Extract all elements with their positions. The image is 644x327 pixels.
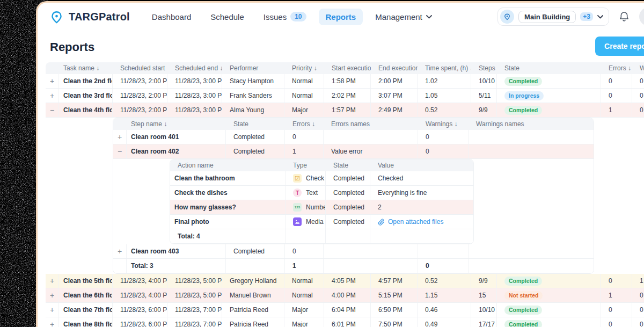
top-nav: TARGPatrol Dashboard Schedule Issues 10 … [38,3,644,31]
nav-schedule[interactable]: Schedule [203,9,251,25]
time-spent-cell: 0.46 [418,303,471,317]
open-attached-files-link[interactable]: Open attached files [378,218,443,226]
status-badge: Completed [504,106,542,115]
collapse-icon[interactable]: − [46,103,59,117]
col-step-name[interactable]: Step name ↓ [127,118,226,130]
col-performer[interactable]: Performer [222,62,284,74]
chevron-down-icon [426,15,432,19]
step-state-cell: Completed [226,144,285,158]
warnings-cell: 0 [632,317,644,327]
page-title: Reports [50,40,94,54]
col-steps[interactable]: Steps [471,62,497,74]
start-execution-cell: 4:00 PM [324,288,371,302]
col-action-type[interactable]: Type [286,159,326,171]
col-step-errors-names[interactable]: Errors names [324,118,418,130]
steps-cell: 9/9 [471,103,497,117]
paperclip-icon [378,219,385,226]
time-spent-cell: 1.05 [418,89,471,103]
status-badge: Completed [504,306,542,315]
expand-header-cell [46,62,59,74]
nav-management[interactable]: Management [368,9,439,25]
state-cell: In progress [497,89,601,103]
expand-icon[interactable]: + [113,244,127,258]
end-execution-cell: 3:07 PM [371,89,418,103]
time-spent-cell: 0.52 [418,274,471,288]
col-action-value[interactable]: Value [370,159,472,171]
nav-issues-label: Issues [264,12,287,21]
expand-icon[interactable]: + [46,74,59,88]
notifications-bell-icon[interactable] [618,10,630,23]
time-spent-cell: 1.15 [418,288,471,302]
status-badge: Completed [504,77,542,86]
expand-icon[interactable]: + [46,274,59,288]
user-avatar[interactable] [639,8,644,26]
col-step-warnings[interactable]: Warnings ↓ [418,118,469,130]
time-spent-cell: 0.52 [418,103,471,117]
col-start-execution[interactable]: Start execution [324,62,371,74]
collapse-icon[interactable]: − [113,144,127,158]
steps-cell: 5/11 [471,89,497,103]
nav-reports[interactable]: Reports [319,9,363,25]
brand-name: TARGPatrol [69,11,130,23]
building-selector[interactable]: Main Building +3 [497,8,609,26]
task-name-cell: Clean the 4th floor [59,103,113,117]
chevron-down-icon [597,15,603,19]
performer-cell: Gregory Holland [222,274,284,288]
performer-cell: Alma Young [222,103,284,117]
col-step-warnings-names[interactable]: Warnings names [469,118,593,130]
state-cell: Completed [497,303,601,317]
end-execution-cell: 5:15 PM [371,288,418,302]
step-state-cell: Completed [226,244,285,258]
action-row: How many glasses? 123 Number Completed 2 [170,200,473,215]
col-warnings[interactable]: Warnings ↓ [632,62,644,74]
step-errors-names-cell [324,130,418,144]
action-row: Check the dishes T Text Completed Everyt… [170,186,473,200]
col-end-execution[interactable]: End execution [371,62,418,74]
col-task-name[interactable]: Task name ↓ [59,62,113,74]
nav-dashboard[interactable]: Dashboard [145,9,198,25]
step-row-expanded: − Clean room 402 Completed 1 Value error… [113,144,594,159]
expand-icon[interactable]: + [46,89,59,103]
warnings-cell: 0 [632,74,644,88]
step-row: + Clean room 401 Completed 0 0 [113,130,594,144]
errors-cell: 0 [601,303,632,317]
col-step-errors[interactable]: Errors ↓ [285,118,324,130]
scheduled-end-cell: 11/28/23, 3:00 PM [167,74,222,88]
errors-cell: 1 [601,288,632,302]
step-total-warnings: 0 [418,259,469,273]
step-warnings-cell: 0 [418,144,469,158]
state-cell: Completed [497,74,601,88]
step-errors-cell: 1 [285,144,324,158]
action-type-cell: Media [286,215,326,229]
scheduled-start-cell: 11/28/23, 2:00 PM [113,103,167,117]
col-time-spent[interactable]: Time spent, (h) ↓ [418,62,471,74]
task-name-cell: Clean the 6th floor [59,288,113,302]
expand-icon[interactable]: + [46,288,59,302]
action-state-cell: Completed [326,215,370,229]
expand-icon[interactable]: + [46,317,59,327]
nav-issues[interactable]: Issues 10 [257,8,313,25]
step-warnings-names-cell [469,244,593,258]
issues-count-badge: 10 [290,12,306,21]
table-row: + Clean the 5th floor 11/28/23, 4:00 PM … [46,274,644,288]
col-step-state[interactable]: State [226,118,285,130]
start-execution-cell: 1:57 PM [324,103,371,117]
reports-table: Task name ↓ Scheduled start ↓ Scheduled … [46,62,644,327]
create-report-button[interactable]: Create report [595,37,644,56]
nav-management-label: Management [375,12,422,21]
scheduled-end-cell: 11/28/23, 7:00 PM [167,317,222,327]
building-pin-icon [500,10,514,24]
col-errors[interactable]: Errors ↓ [601,62,632,74]
col-action-name[interactable]: Action name [170,159,286,171]
expand-icon[interactable]: + [113,130,127,144]
task-name-cell: Clean the 3rd floor [59,89,113,103]
col-state[interactable]: State [497,62,601,74]
col-priority[interactable]: Priority ↓ [284,62,324,74]
col-scheduled-start[interactable]: Scheduled start ↓ [113,62,167,74]
start-execution-cell: 2:02 PM [324,89,371,103]
performer-cell: Patricia Reed [222,303,284,317]
col-action-state[interactable]: State [326,159,370,171]
task-name-cell: Clean the 5th floor [59,274,113,288]
col-scheduled-end[interactable]: Scheduled end ↓ [167,62,222,74]
expand-icon[interactable]: + [46,303,59,317]
